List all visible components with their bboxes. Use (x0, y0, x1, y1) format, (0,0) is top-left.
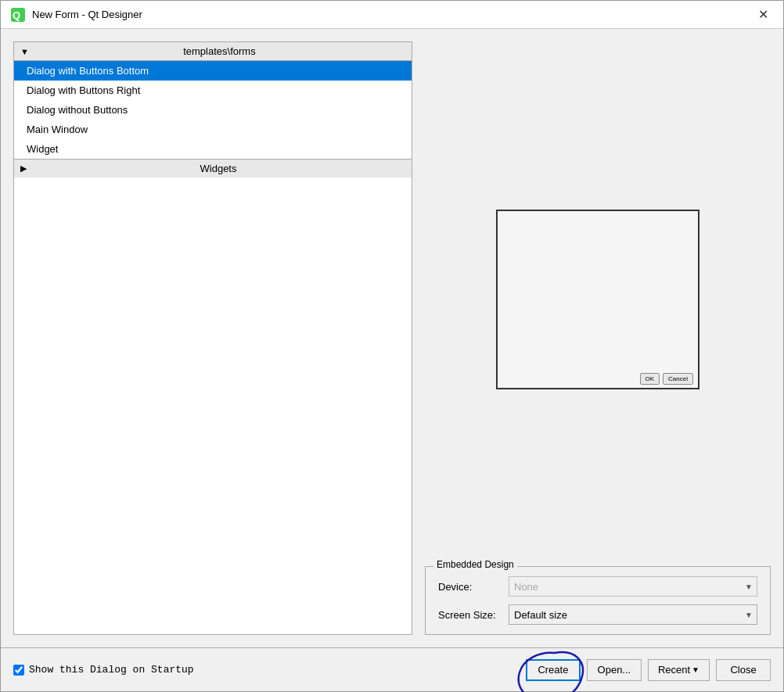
preview-buttons-row: OK Cancel (498, 370, 698, 388)
recent-button[interactable]: Recent ▼ (648, 659, 710, 681)
device-label: Device: (438, 581, 509, 593)
footer-right: Create Open... Recent ▼ Close (526, 659, 771, 681)
recent-label: Recent (658, 664, 690, 676)
screen-size-select-wrapper: Default size ▼ (509, 604, 757, 625)
footer: Show this Dialog on Startup Create Open.… (1, 647, 783, 691)
template-dialog-without-buttons[interactable]: Dialog without Buttons (14, 100, 412, 120)
screen-size-row: Screen Size: Default size ▼ (438, 604, 757, 625)
embedded-design-legend: Embedded Design (433, 559, 517, 570)
svg-text:Q: Q (13, 9, 20, 21)
startup-label-text: Show this Dialog on Startup (29, 664, 194, 676)
templates-forms-label: templates\forms (34, 45, 405, 57)
templates-forms-header[interactable]: ▼ templates\forms (14, 42, 412, 61)
title-bar: Q New Form - Qt Designer ✕ (1, 1, 783, 29)
preview-area: OK Cancel (425, 41, 771, 557)
preview-content (498, 211, 698, 370)
device-select-wrapper: None ▼ (509, 576, 757, 597)
right-panel: OK Cancel Embedded Design Device: None ▼ (425, 41, 771, 635)
create-wrapper: Create (526, 659, 581, 681)
recent-dropdown-arrow: ▼ (692, 665, 699, 674)
close-button[interactable]: Close (716, 659, 771, 681)
widgets-expand-icon: ▶ (20, 163, 27, 174)
app-icon: Q (10, 7, 26, 23)
template-main-window[interactable]: Main Window (14, 120, 412, 139)
preview-cancel-btn: Cancel (663, 373, 693, 385)
collapse-icon: ▼ (20, 47, 29, 56)
startup-checkbox[interactable] (13, 665, 24, 676)
device-select[interactable]: None (509, 576, 757, 597)
footer-left: Show this Dialog on Startup (13, 664, 194, 676)
content-area: ▼ templates\forms Dialog with Buttons Bo… (1, 29, 783, 647)
template-widget[interactable]: Widget (14, 139, 412, 159)
title-bar-left: Q New Form - Qt Designer (10, 7, 142, 23)
create-button[interactable]: Create (526, 659, 581, 681)
widgets-section-label: Widgets (31, 163, 405, 174)
screen-size-label: Screen Size: (438, 609, 509, 621)
open-button[interactable]: Open... (587, 659, 642, 681)
template-dialog-buttons-bottom[interactable]: Dialog with Buttons Bottom (14, 61, 412, 81)
widgets-section-header[interactable]: ▶ Widgets (14, 159, 412, 177)
window-title: New Form - Qt Designer (32, 9, 142, 20)
preview-box: OK Cancel (496, 210, 699, 389)
embedded-design-group: Embedded Design Device: None ▼ Screen Si… (425, 566, 771, 635)
main-window: Q New Form - Qt Designer ✕ ▼ templates\f… (0, 0, 784, 692)
window-close-button[interactable]: ✕ (752, 4, 774, 26)
template-dialog-buttons-right[interactable]: Dialog with Buttons Right (14, 81, 412, 100)
device-row: Device: None ▼ (438, 576, 757, 597)
preview-ok-btn: OK (640, 373, 660, 385)
screen-size-select[interactable]: Default size (509, 604, 757, 625)
startup-checkbox-label[interactable]: Show this Dialog on Startup (13, 664, 194, 676)
left-panel: ▼ templates\forms Dialog with Buttons Bo… (13, 41, 412, 635)
